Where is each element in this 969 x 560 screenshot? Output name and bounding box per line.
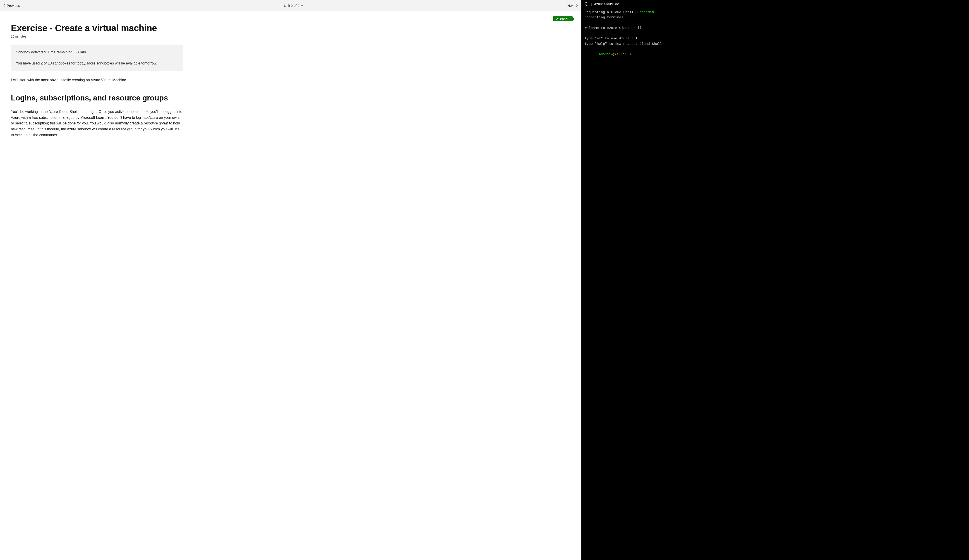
term-line: Type "help" to learn about Cloud Shell bbox=[584, 42, 662, 46]
content-scroll[interactable]: 100 XP Exercise - Create a virtual machi… bbox=[0, 11, 581, 560]
previous-label: Previous bbox=[7, 3, 20, 7]
unit-nav-bar: Previous Unit 2 of 9 Next bbox=[0, 0, 581, 11]
term-line: Type "az" to use Azure CLI bbox=[584, 37, 638, 40]
duration-label: 10 minutes bbox=[11, 35, 570, 38]
sandbox-time-remaining: 58 min bbox=[75, 50, 86, 55]
terminal-title: Azure Cloud Shell bbox=[594, 2, 621, 6]
sandbox-status-box: Sandbox activated! Time remaining: 58 mi… bbox=[11, 45, 183, 71]
page-title: Exercise - Create a virtual machine bbox=[11, 22, 174, 34]
section-heading-logins: Logins, subscriptions, and resource grou… bbox=[11, 93, 174, 103]
header-divider: | bbox=[591, 2, 592, 6]
terminal-header: | Azure Cloud Shell bbox=[581, 0, 969, 8]
intro-paragraph: Let's start with the most obvious task: … bbox=[11, 77, 183, 83]
chevron-left-icon bbox=[3, 3, 5, 7]
term-line: Requesting a Cloud Shell. bbox=[584, 10, 636, 14]
sandbox-usage-text: You have used 2 of 10 sandboxes for toda… bbox=[16, 60, 178, 66]
next-label: Next bbox=[567, 3, 574, 7]
xp-badge: 100 XP bbox=[553, 16, 572, 21]
para-text-em: resource group bbox=[144, 121, 168, 125]
cloud-shell-pane: | Azure Cloud Shell Requesting a Cloud S… bbox=[581, 0, 969, 560]
unit-label: Unit 2 of 9 bbox=[284, 3, 299, 7]
terminal-body[interactable]: Requesting a Cloud Shell.Succeeded. Conn… bbox=[581, 8, 969, 560]
chevron-down-icon bbox=[301, 4, 303, 7]
term-line: Welcome to Azure Cloud Shell bbox=[584, 26, 642, 30]
term-line: Connecting terminal... bbox=[584, 16, 629, 20]
xp-text: 100 XP bbox=[559, 17, 569, 20]
tutorial-pane: Previous Unit 2 of 9 Next bbox=[0, 0, 581, 560]
prompt-host: @Azure bbox=[613, 53, 624, 56]
prompt-user: sandbox bbox=[598, 53, 613, 56]
prompt-path: :~$ bbox=[624, 53, 631, 56]
sandbox-activated-text: Sandbox activated! Time remaining: bbox=[16, 50, 75, 54]
refresh-icon[interactable] bbox=[584, 2, 589, 6]
chevron-right-icon bbox=[576, 3, 578, 7]
term-status-succeeded: Succeeded. bbox=[636, 10, 656, 14]
unit-selector[interactable]: Unit 2 of 9 bbox=[284, 3, 303, 7]
section-paragraph-logins: You'll be working in the Azure Cloud She… bbox=[11, 109, 183, 138]
check-icon bbox=[556, 17, 558, 20]
previous-button[interactable]: Previous bbox=[3, 3, 20, 7]
next-button[interactable]: Next bbox=[567, 3, 578, 7]
